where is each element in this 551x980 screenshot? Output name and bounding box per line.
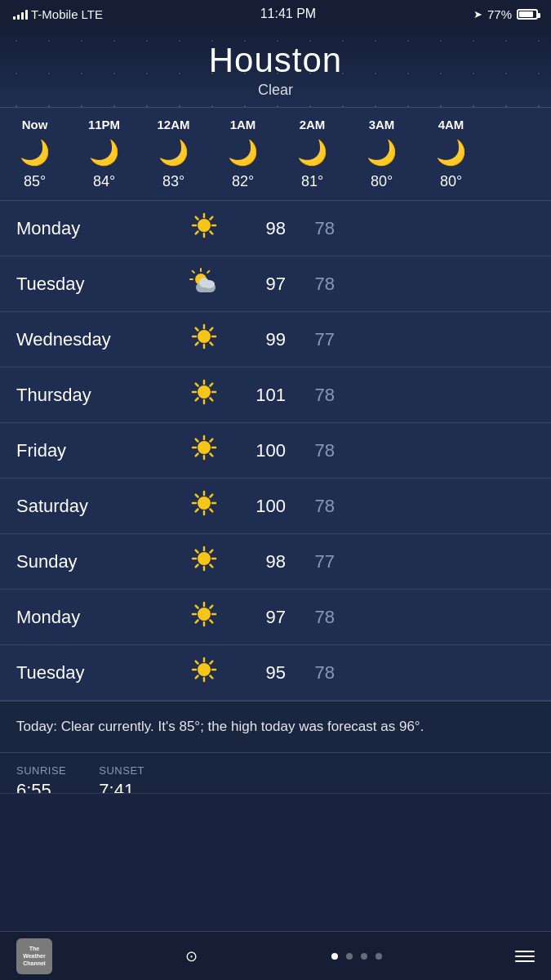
daily-row: Monday 9878 (0, 201, 551, 256)
carrier-label: T-Mobile (31, 7, 78, 21)
svg-line-78 (211, 676, 213, 679)
menu-icon[interactable] (515, 951, 535, 962)
svg-line-62 (196, 565, 198, 568)
hourly-section[interactable]: Now🌙85°11PM🌙84°12AM🌙83°1AM🌙82°2AM🌙81°3AM… (0, 107, 551, 201)
svg-line-59 (196, 550, 198, 553)
svg-line-24 (211, 343, 213, 345)
svg-line-61 (211, 550, 213, 553)
hour-item: 4AM🌙80° (416, 108, 486, 200)
location-arrow-icon: ➤ (473, 8, 482, 20)
svg-line-5 (196, 217, 198, 220)
daily-row: Monday 9778 (0, 590, 551, 645)
condition-label: Clear (16, 82, 535, 99)
svg-point-17 (203, 280, 215, 288)
dot-1[interactable] (331, 953, 338, 960)
svg-point-18 (198, 330, 211, 343)
daily-row: Friday 10078 (0, 423, 551, 479)
day-weather-icon (180, 657, 229, 688)
daily-row: Wednesday 9977 (0, 312, 551, 368)
day-low: 78 (286, 607, 335, 628)
summary-section: Today: Clear currently. It's 85°; the hi… (0, 701, 551, 753)
hour-temp: 80° (440, 173, 462, 190)
hour-item: 11PM🌙84° (69, 108, 139, 200)
day-high: 98 (229, 551, 286, 572)
day-high: 97 (229, 607, 286, 628)
sunrise-block: SUNRISE 6:55 (16, 764, 66, 782)
sunset-label: SUNSET (99, 764, 144, 777)
battery-percent: 77% (487, 7, 512, 21)
day-name: Sunday (16, 551, 180, 572)
svg-line-79 (211, 662, 213, 664)
moon-icon: 🌙 (158, 138, 189, 167)
svg-line-42 (211, 454, 213, 457)
moon-icon: 🌙 (228, 138, 258, 167)
hour-label: Now (22, 118, 48, 131)
day-name: Friday (16, 440, 180, 461)
day-name: Monday (16, 218, 180, 239)
status-bar: T-Mobile LTE 11:41 PM ➤ 77% (0, 0, 551, 24)
dot-2[interactable] (346, 953, 353, 960)
svg-line-6 (211, 232, 213, 234)
network-label: LTE (82, 7, 103, 21)
city-name: Houston (16, 41, 535, 80)
svg-point-0 (198, 219, 211, 232)
hour-item: 3AM🌙80° (347, 108, 416, 200)
day-high: 100 (229, 496, 286, 517)
day-weather-icon (180, 212, 229, 244)
dot-3[interactable] (361, 953, 367, 960)
daily-row: Tuesday 9778 (0, 256, 551, 312)
svg-line-60 (211, 565, 213, 568)
sunrise-label: SUNRISE (16, 764, 66, 777)
svg-line-71 (196, 621, 198, 623)
daily-section: Monday 9878Tuesday (0, 201, 551, 701)
hour-temp: 82° (232, 173, 254, 190)
day-name: Thursday (16, 385, 180, 406)
location-dot-icon[interactable]: ⊙ (185, 947, 198, 965)
moon-icon: 🌙 (89, 138, 119, 167)
svg-point-36 (198, 441, 211, 454)
svg-line-13 (193, 271, 194, 273)
hour-temp: 81° (301, 173, 323, 190)
day-low: 77 (286, 551, 335, 572)
day-weather-icon (180, 546, 229, 577)
svg-line-68 (196, 606, 198, 608)
status-left: T-Mobile LTE (13, 7, 103, 21)
svg-line-23 (196, 328, 198, 331)
day-name: Saturday (16, 496, 180, 517)
svg-line-77 (196, 662, 198, 664)
sunrise-time: 6:55 (16, 780, 66, 794)
day-high: 97 (229, 274, 286, 295)
moon-icon: 🌙 (20, 138, 50, 167)
sunset-block: SUNSET 7:41 (99, 764, 144, 782)
battery-icon (517, 9, 538, 20)
day-weather-icon (180, 379, 229, 411)
hour-item: 2AM🌙81° (278, 108, 347, 200)
svg-line-50 (196, 495, 198, 497)
hour-label: 4AM (438, 118, 464, 131)
svg-line-52 (211, 495, 213, 497)
status-right: ➤ 77% (473, 7, 538, 21)
daily-row: Thursday 10178 (0, 368, 551, 423)
svg-line-25 (211, 328, 213, 331)
hour-item: 1AM🌙82° (208, 108, 278, 200)
svg-line-33 (211, 399, 213, 401)
svg-line-26 (196, 343, 198, 345)
day-name: Tuesday (16, 662, 180, 684)
day-low: 78 (286, 440, 335, 461)
day-low: 78 (286, 218, 335, 239)
svg-line-14 (207, 271, 209, 273)
page-dots (331, 953, 382, 960)
hour-temp: 80° (371, 173, 393, 190)
day-low: 78 (286, 274, 335, 295)
hourly-inner: Now🌙85°11PM🌙84°12AM🌙83°1AM🌙82°2AM🌙81°3AM… (0, 108, 486, 200)
hour-temp: 84° (93, 173, 115, 190)
hour-label: 1AM (230, 118, 256, 131)
dot-4[interactable] (375, 953, 382, 960)
time-label: 11:41 PM (260, 7, 316, 21)
svg-point-27 (198, 385, 211, 399)
day-high: 98 (229, 218, 286, 239)
day-weather-icon (180, 490, 229, 522)
svg-point-72 (198, 663, 211, 676)
header: Houston Clear (0, 24, 551, 107)
day-low: 78 (286, 385, 335, 406)
